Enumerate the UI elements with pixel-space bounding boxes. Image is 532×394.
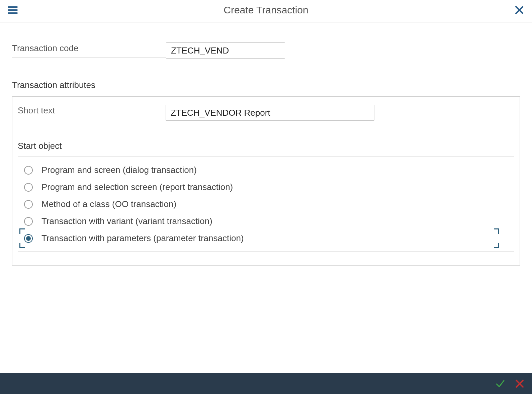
transaction-code-row: Transaction code — [12, 42, 520, 59]
close-icon — [515, 6, 524, 14]
start-object-radio-group: Program and screen (dialog transaction)P… — [18, 157, 514, 252]
short-text-row: Short text — [18, 105, 514, 121]
check-icon — [495, 379, 505, 389]
radio-option-4[interactable]: Transaction with parameters (parameter t… — [23, 230, 509, 247]
radio-icon — [24, 166, 33, 175]
dialog-title: Create Transaction — [19, 4, 513, 16]
radio-option-1[interactable]: Program and selection screen (report tra… — [23, 179, 509, 196]
selection-corner-bl — [19, 243, 25, 248]
radio-label: Method of a class (OO transaction) — [41, 199, 176, 209]
radio-icon — [24, 183, 33, 192]
transaction-code-input[interactable] — [166, 43, 285, 58]
attributes-box: Short text Start object Program and scre… — [12, 96, 520, 266]
radio-option-0[interactable]: Program and screen (dialog transaction) — [23, 162, 509, 179]
radio-option-3[interactable]: Transaction with variant (variant transa… — [23, 213, 509, 230]
svg-rect-1 — [8, 9, 18, 11]
hamburger-icon — [8, 6, 18, 14]
menu-button[interactable] — [6, 3, 19, 17]
short-text-input-wrap — [166, 105, 374, 121]
dialog-content: Transaction code Transaction attributes … — [0, 22, 532, 373]
transaction-code-label: Transaction code — [12, 43, 166, 58]
dialog-footer — [0, 373, 532, 394]
radio-label: Transaction with parameters (parameter t… — [41, 233, 244, 243]
dialog-header: Create Transaction — [0, 0, 532, 22]
radio-label: Program and selection screen (report tra… — [41, 182, 233, 192]
radio-icon — [24, 217, 33, 226]
close-button[interactable] — [513, 3, 526, 17]
transaction-code-input-wrap — [166, 42, 285, 59]
radio-icon — [24, 200, 33, 209]
cancel-button[interactable] — [515, 379, 525, 389]
short-text-label: Short text — [18, 105, 166, 120]
selection-corner-br — [494, 243, 499, 248]
short-text-input[interactable] — [166, 105, 374, 120]
radio-option-2[interactable]: Method of a class (OO transaction) — [23, 196, 509, 213]
confirm-button[interactable] — [495, 379, 505, 389]
attributes-section-title: Transaction attributes — [12, 80, 520, 90]
radio-label: Program and screen (dialog transaction) — [41, 165, 197, 175]
radio-label: Transaction with variant (variant transa… — [41, 216, 212, 226]
svg-rect-2 — [8, 12, 18, 14]
x-icon — [515, 379, 525, 389]
start-object-title: Start object — [18, 141, 514, 151]
svg-rect-0 — [8, 6, 18, 8]
radio-icon — [24, 234, 33, 243]
